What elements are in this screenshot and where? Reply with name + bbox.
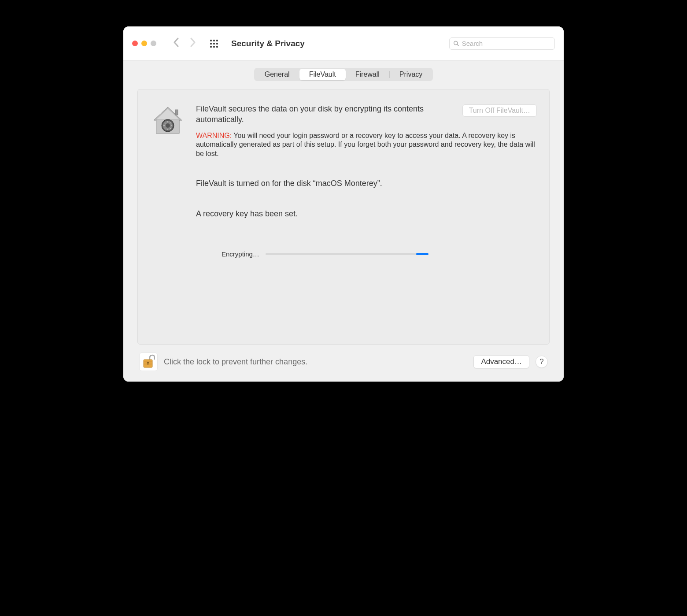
recovery-key-text: A recovery key has been set. — [196, 209, 537, 219]
content-area: General FileVault Firewall Privacy — [123, 61, 564, 382]
warning-text: WARNING: You will need your login passwo… — [196, 131, 537, 159]
lock-button[interactable] — [139, 353, 158, 371]
footer-right: Advanced… ? — [473, 355, 548, 368]
top-section: FileVault secures the data on your disk … — [150, 104, 537, 258]
close-window-button[interactable] — [132, 41, 138, 46]
window-title: Security & Privacy — [231, 39, 305, 48]
status-text: FileVault is turned on for the disk “mac… — [196, 179, 537, 188]
back-button[interactable] — [173, 37, 179, 50]
advanced-button[interactable]: Advanced… — [473, 355, 529, 368]
svg-rect-2 — [175, 110, 178, 115]
warning-body: You will need your login password or a r… — [196, 132, 535, 158]
tab-filevault[interactable]: FileVault — [299, 69, 346, 80]
svg-point-6 — [166, 123, 170, 128]
nav-arrows — [173, 37, 196, 50]
svg-rect-20 — [148, 363, 148, 365]
intro-text: FileVault secures the data on your disk … — [196, 104, 452, 125]
progress-bar — [266, 253, 428, 255]
titlebar: Security & Privacy — [123, 26, 564, 61]
text-column: FileVault secures the data on your disk … — [196, 104, 537, 258]
tab-general[interactable]: General — [255, 69, 299, 80]
preferences-window: Security & Privacy General FileVault Fir… — [123, 26, 564, 382]
help-button[interactable]: ? — [536, 356, 548, 368]
search-icon — [453, 40, 459, 47]
progress-row: Encrypting… — [222, 250, 537, 258]
zoom-window-button — [151, 41, 156, 46]
show-all-icon[interactable] — [210, 40, 218, 48]
search-input[interactable] — [462, 40, 551, 47]
progress-chunk — [416, 253, 428, 255]
turn-off-filevault-button: Turn Off FileVault… — [462, 104, 537, 117]
filevault-panel: FileVault secures the data on your disk … — [137, 89, 550, 345]
progress-label: Encrypting… — [222, 250, 259, 258]
lock-open-icon — [142, 354, 155, 369]
search-box[interactable] — [449, 37, 555, 50]
tabs: General FileVault Firewall Privacy — [254, 68, 433, 81]
forward-button — [190, 37, 196, 50]
tabs-container: General FileVault Firewall Privacy — [137, 61, 550, 81]
svg-line-1 — [457, 45, 458, 46]
minimize-window-button[interactable] — [141, 41, 147, 46]
tab-privacy[interactable]: Privacy — [390, 69, 432, 80]
tab-firewall[interactable]: Firewall — [346, 69, 389, 80]
filevault-icon — [150, 104, 185, 139]
lock-hint-text: Click the lock to prevent further change… — [164, 357, 307, 367]
footer: Click the lock to prevent further change… — [137, 345, 550, 371]
warning-label: WARNING: — [196, 132, 232, 139]
traffic-lights — [132, 41, 156, 46]
